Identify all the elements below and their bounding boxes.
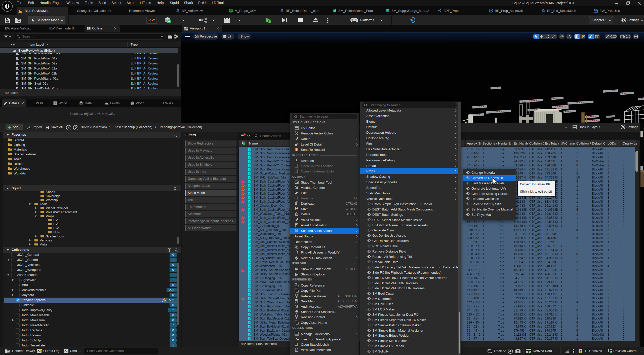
svg-text:f: f (440, 9, 440, 12)
svg-text:4CaT: 4CaT (148, 19, 155, 22)
